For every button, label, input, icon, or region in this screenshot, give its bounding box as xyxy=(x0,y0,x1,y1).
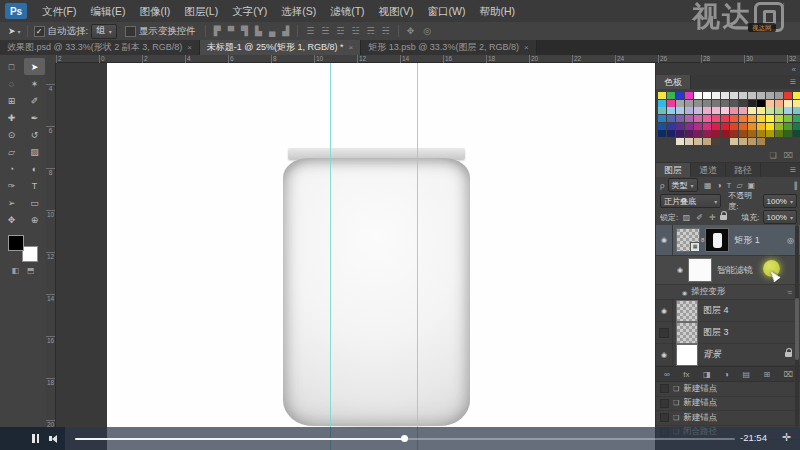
color-swatch[interactable] xyxy=(694,130,702,137)
color-swatch[interactable] xyxy=(775,100,783,107)
color-swatch[interactable] xyxy=(748,100,756,107)
color-swatch[interactable] xyxy=(757,138,765,145)
screen-mode-icon[interactable]: ⬒ xyxy=(27,266,35,275)
document-tab[interactable]: 效果图.psd @ 33.3%(形状 2 副本 3, RGB/8) × xyxy=(0,40,200,55)
type-layer-filter-icon[interactable]: T xyxy=(725,181,733,190)
layer-thumbnail[interactable] xyxy=(676,344,698,366)
color-swatch[interactable] xyxy=(658,130,666,137)
color-swatch[interactable] xyxy=(667,107,675,114)
history-brush-tool[interactable]: ↺ xyxy=(24,126,45,143)
add-mask-icon[interactable]: ◨ xyxy=(703,370,711,379)
color-swatch[interactable] xyxy=(703,100,711,107)
color-swatch[interactable] xyxy=(748,115,756,122)
layer-name[interactable]: 矩形 1 xyxy=(734,234,760,247)
color-swatch[interactable] xyxy=(757,115,765,122)
tab-swatches[interactable]: 色板 xyxy=(656,75,691,89)
layers-scrollbar-thumb[interactable] xyxy=(795,298,799,360)
color-swatch[interactable] xyxy=(703,92,711,99)
dodge-tool[interactable]: ◐ xyxy=(24,160,45,177)
color-swatch[interactable] xyxy=(757,107,765,114)
shape-layer-filter-icon[interactable]: ▱ xyxy=(735,181,744,190)
color-swatch[interactable] xyxy=(730,123,738,130)
color-swatch[interactable] xyxy=(793,107,800,114)
blur-tool[interactable]: ◔ xyxy=(1,160,22,177)
document-tab[interactable]: 未标题-1 @ 25%(矩形 1, RGB/8) * × xyxy=(200,40,361,55)
foreground-color-swatch[interactable] xyxy=(8,235,24,251)
color-swatch[interactable] xyxy=(757,92,765,99)
color-swatch[interactable] xyxy=(766,130,774,137)
color-swatch[interactable] xyxy=(703,138,711,145)
lock-all-icon[interactable] xyxy=(720,215,727,220)
color-swatch[interactable] xyxy=(721,123,729,130)
distribute-bottom-icon[interactable]: ☲ xyxy=(334,26,346,36)
color-swatch[interactable] xyxy=(694,115,702,122)
color-swatch[interactable] xyxy=(694,100,702,107)
smart-object-filter-icon[interactable]: ▣ xyxy=(746,181,757,190)
history-state-row[interactable]: ❏ 新建锚点 xyxy=(656,397,800,412)
color-swatch[interactable] xyxy=(775,92,783,99)
color-swatch[interactable] xyxy=(775,107,783,114)
kind-filter-dropdown[interactable]: 类型 ▾ xyxy=(668,178,698,192)
new-swatch-icon[interactable]: ❏ xyxy=(770,151,777,160)
collapse-dock-icon[interactable]: « xyxy=(792,65,796,74)
color-swatch[interactable] xyxy=(766,123,774,130)
color-swatch[interactable] xyxy=(730,92,738,99)
color-swatch[interactable] xyxy=(775,130,783,137)
panel-tab[interactable]: 图层 xyxy=(656,163,691,177)
color-swatch[interactable] xyxy=(748,130,756,137)
color-swatch[interactable] xyxy=(694,138,702,145)
color-swatch[interactable] xyxy=(721,107,729,114)
spot-healing-brush-tool[interactable]: ✚ xyxy=(1,109,22,126)
brush-tool[interactable]: ✒ xyxy=(24,109,45,126)
color-swatch[interactable] xyxy=(676,130,684,137)
menu-item[interactable]: 编辑(E) xyxy=(83,0,132,22)
preset-dropdown-arrow[interactable]: ▾ xyxy=(18,28,21,35)
visibility-eye-icon[interactable]: ◉ xyxy=(656,344,673,365)
3d-mode-icon[interactable]: ◎ xyxy=(421,26,433,36)
distribute-hcenter-icon[interactable]: ☴ xyxy=(365,26,377,36)
zoom-tool[interactable]: ⊕ xyxy=(24,211,45,228)
background-color-swatch[interactable] xyxy=(22,246,38,262)
color-swatch[interactable] xyxy=(721,115,729,122)
panel-tab[interactable]: 通道 xyxy=(691,163,726,177)
color-swatch[interactable] xyxy=(730,138,738,145)
menu-item[interactable]: 选择(S) xyxy=(274,0,323,22)
color-swatch[interactable] xyxy=(757,130,765,137)
color-swatch[interactable] xyxy=(730,107,738,114)
color-swatch[interactable] xyxy=(793,115,800,122)
auto-select-checkbox[interactable]: ✓ xyxy=(34,26,45,37)
vertical-guide[interactable] xyxy=(417,63,418,450)
menu-item[interactable]: 窗口(W) xyxy=(421,0,473,22)
color-swatch[interactable] xyxy=(721,100,729,107)
color-swatch[interactable] xyxy=(703,130,711,137)
blend-mode-dropdown[interactable]: 正片叠底 ▾ xyxy=(660,194,721,208)
delete-swatch-icon[interactable]: ⌧ xyxy=(784,151,793,160)
color-swatch[interactable] xyxy=(739,130,747,137)
smart-filter-thumbnail[interactable] xyxy=(688,258,712,282)
menu-item[interactable]: 图层(L) xyxy=(177,0,225,22)
fill-dropdown[interactable]: 100% ▾ xyxy=(763,210,797,224)
color-swatch[interactable] xyxy=(685,107,693,114)
color-swatch[interactable] xyxy=(739,107,747,114)
move-tool[interactable]: ➤ xyxy=(24,58,45,75)
color-swatch[interactable] xyxy=(739,138,747,145)
layer-style-icon[interactable]: fx xyxy=(683,370,689,379)
visibility-eye-icon[interactable]: ◉ xyxy=(656,225,673,255)
menu-item[interactable]: 文件(F) xyxy=(35,0,83,22)
show-transform-checkbox[interactable] xyxy=(125,26,136,37)
history-source-checkbox[interactable] xyxy=(660,399,669,408)
color-swatch[interactable] xyxy=(676,107,684,114)
color-swatch[interactable] xyxy=(676,123,684,130)
layer-name[interactable]: 背景 xyxy=(703,348,721,361)
color-swatch[interactable] xyxy=(784,130,792,137)
align-left-edges-icon[interactable]: ▛ xyxy=(212,26,223,36)
distribute-left-icon[interactable]: ☳ xyxy=(349,26,361,36)
eyedropper-tool[interactable]: ✐ xyxy=(24,92,45,109)
color-swatch[interactable] xyxy=(793,100,800,107)
visibility-eye-icon[interactable]: ◉ xyxy=(656,300,673,321)
align-hcenter-icon[interactable]: ▀ xyxy=(226,26,236,36)
layer-row-rect1[interactable]: ◉ ▦ 8 矩形 1 ◎ xyxy=(656,225,800,256)
color-swatch[interactable] xyxy=(658,92,666,99)
color-swatch[interactable] xyxy=(739,92,747,99)
layer-name[interactable]: 图层 4 xyxy=(703,304,729,317)
